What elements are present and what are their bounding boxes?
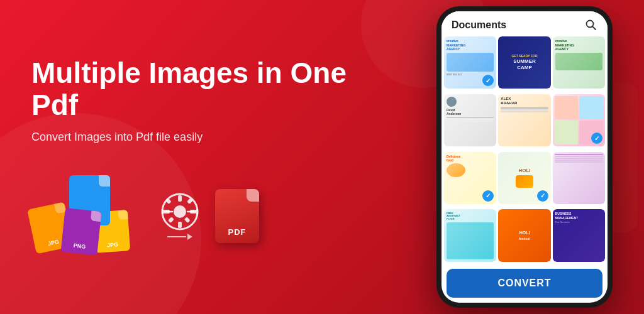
phone-header: Documents bbox=[441, 11, 608, 36]
grid-item-5[interactable]: ALEXBRAHAR bbox=[498, 94, 550, 146]
jpg-label-3: JPG bbox=[107, 241, 119, 248]
convert-button[interactable]: CONVERT bbox=[447, 269, 602, 298]
grid-item-9[interactable] bbox=[553, 152, 605, 204]
svg-point-10 bbox=[587, 21, 594, 28]
documents-title: Documents bbox=[452, 19, 506, 31]
grid-item-8[interactable]: HOLI ✓ bbox=[498, 152, 550, 204]
checkmark-6: ✓ bbox=[591, 133, 602, 144]
file-group: JPG JPG PNG JPG bbox=[31, 175, 145, 257]
main-container: Multiple Images in One Pdf Convert Image… bbox=[0, 0, 644, 314]
jpg-label-2: JPG bbox=[47, 239, 60, 247]
arrow-decoration bbox=[167, 234, 192, 240]
pdf-file-icon: PDF bbox=[215, 189, 259, 243]
grid-item-1[interactable]: creativeMARKETINGAGENCY 0987 604 321 ✓ bbox=[444, 36, 496, 89]
grid-item-12[interactable]: BUSINESSMANAGEMENT Our Services bbox=[553, 209, 605, 261]
main-title: Multiple Images in One Pdf bbox=[31, 57, 374, 121]
grid-item-2[interactable]: GET READY FORSUMMERCAMP bbox=[498, 36, 550, 89]
file-icons-illustration: JPG JPG PNG JPG bbox=[31, 175, 374, 257]
grid-item-7[interactable]: Deliciousfood ✓ bbox=[444, 152, 496, 204]
grid-item-4[interactable]: DavidAnderson bbox=[444, 94, 496, 146]
svg-rect-7 bbox=[184, 217, 191, 223]
convert-icon-group bbox=[160, 192, 199, 240]
svg-rect-8 bbox=[168, 217, 174, 223]
gear-icon bbox=[160, 192, 199, 231]
svg-rect-6 bbox=[165, 198, 172, 204]
grid-item-10[interactable]: FREE ABSTRACTFLYER bbox=[444, 209, 496, 261]
image-grid: creativeMARKETINGAGENCY 0987 604 321 ✓ G… bbox=[441, 36, 608, 265]
grid-item-3[interactable]: creativeMARKETINGAGENCY bbox=[553, 36, 605, 89]
phone-screen: Documents creativeMARKETINGAGENCY 0987 6… bbox=[441, 11, 608, 303]
search-icon[interactable] bbox=[585, 19, 597, 31]
grid-item-11[interactable]: HOLIfestival bbox=[498, 209, 550, 261]
checkmark-8: ✓ bbox=[537, 190, 548, 202]
phone-mockup: Documents creativeMARKETINGAGENCY 0987 6… bbox=[436, 6, 613, 308]
pdf-icon-group: PDF bbox=[215, 189, 259, 243]
svg-rect-3 bbox=[178, 222, 182, 228]
png-label: PNG bbox=[73, 242, 86, 250]
pdf-label: PDF bbox=[228, 227, 247, 237]
grid-item-6[interactable]: ✓ bbox=[553, 94, 605, 146]
left-section: Multiple Images in One Pdf Convert Image… bbox=[0, 32, 405, 282]
svg-point-1 bbox=[174, 205, 186, 218]
png-file: PNG bbox=[61, 208, 102, 256]
right-section: Documents creativeMARKETINGAGENCY 0987 6… bbox=[405, 0, 644, 314]
subtitle: Convert Images into Pdf file easily bbox=[31, 131, 374, 144]
svg-rect-2 bbox=[178, 195, 182, 202]
